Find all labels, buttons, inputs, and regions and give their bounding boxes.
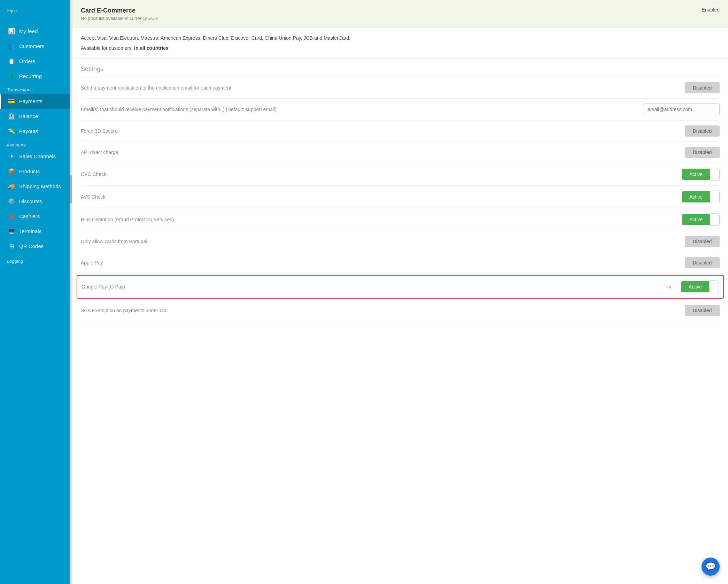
row-only-portugal: Only allow cards from Portugal Disabled xyxy=(81,231,720,252)
btn-apple-pay[interactable]: Disabled xyxy=(685,257,720,268)
toggle-avs-white[interactable] xyxy=(710,191,720,203)
btn-google-pay-active[interactable]: Active xyxy=(681,281,709,292)
arrow-icon: → xyxy=(663,281,673,292)
sidebar-item-recurring[interactable]: 💲 Recurring xyxy=(0,69,70,84)
card-title: Card E-Commerce xyxy=(81,7,158,14)
toggle-google-pay-white[interactable] xyxy=(709,281,719,293)
sidebar-label-my-feed: My feed xyxy=(19,28,38,34)
sidebar-item-discounts[interactable]: ⚙️ Discounts xyxy=(0,194,70,209)
btn-centurion-active[interactable]: Active xyxy=(682,214,710,225)
inventory-label: Inventory xyxy=(0,139,70,149)
sidebar-label-discounts: Discounts xyxy=(19,198,42,204)
btn-avs-active[interactable]: Active xyxy=(682,191,710,202)
sidebar-label-sales-channels: Sales Channels xyxy=(19,153,56,159)
sidebar-item-cashiers[interactable]: 🔖 Cashiers xyxy=(0,209,70,224)
sidebar-item-terminals[interactable]: 🖥️ Terminals xyxy=(0,224,70,239)
label-only-portugal: Only allow cards from Portugal xyxy=(81,239,685,244)
feed-icon: 📊 xyxy=(8,28,15,34)
logo-text: hips xyxy=(7,9,16,13)
balance-icon: 🏦 xyxy=(8,113,15,120)
label-apple-pay: Apple Pay xyxy=(81,260,685,266)
sidebar-label-payouts: Payouts xyxy=(19,128,38,134)
row-email-notifications: Email(s) that should receive payment not… xyxy=(81,99,720,121)
sidebar-label-payments: Payments xyxy=(19,98,42,104)
transactions-label: Transactions xyxy=(0,84,70,94)
qr-codes-icon: ⊞ xyxy=(8,243,15,249)
sidebar-item-orders[interactable]: 📋 Orders xyxy=(0,54,70,69)
sidebar-label-orders: Orders xyxy=(19,58,35,64)
toggle-hips-centurion: Active xyxy=(682,213,720,226)
chat-bubble[interactable]: 💬 xyxy=(702,558,720,576)
logo: hips• xyxy=(0,0,70,24)
description-line2-bold: In all countries xyxy=(134,45,169,51)
cashiers-icon: 🔖 xyxy=(8,213,15,220)
settings-title: Settings xyxy=(81,59,720,77)
row-api-direct-charge: API direct charge Disabled xyxy=(81,142,720,163)
label-payment-notification: Send a payment notification to the notif… xyxy=(81,85,685,91)
description-line1: Accept Visa, Visa Electron, Maestro, Ame… xyxy=(81,34,720,42)
sidebar-label-shipping-methods: Shipping Methods xyxy=(19,183,61,189)
sidebar-label-cashiers: Cashiers xyxy=(19,213,40,219)
sidebar-label-customers: Customers xyxy=(19,43,45,49)
btn-only-portugal[interactable]: Disabled xyxy=(685,236,720,247)
sidebar-label-balance: Balance xyxy=(19,113,38,119)
sidebar-item-shipping-methods[interactable]: 🚚 Shipping Methods xyxy=(0,179,70,194)
label-cvc-check: CVC Check xyxy=(81,171,682,177)
discounts-icon: ⚙️ xyxy=(8,198,15,205)
sidebar-item-my-feed[interactable]: 📊 My feed xyxy=(0,24,70,39)
sidebar-item-customers[interactable]: 👥 Customers xyxy=(0,39,70,54)
sidebar-label-products: Products xyxy=(19,168,40,174)
toggle-centurion-white[interactable] xyxy=(710,213,720,226)
sidebar-item-payouts[interactable]: 💸 Payouts xyxy=(0,124,70,139)
label-hips-centurion: Hips Centurion (Fraud Protection Service… xyxy=(81,217,682,222)
logo-dot: • xyxy=(16,9,18,13)
card-status: Enabled xyxy=(702,7,720,13)
row-sca-exemption: SCA Exemption on payments under €30 Disa… xyxy=(81,300,720,321)
scroll-thumb xyxy=(70,175,72,203)
card-subtitle: No price list available in currency EUR xyxy=(81,16,158,21)
toggle-avs-check: Active xyxy=(682,191,720,203)
shipping-icon: 🚚 xyxy=(8,183,15,190)
row-payment-notification: Send a payment notification to the notif… xyxy=(81,77,720,99)
sidebar-item-qr-codes[interactable]: ⊞ QR Codes xyxy=(0,239,70,254)
row-apple-pay: Apple Pay Disabled xyxy=(81,252,720,274)
label-avs-check: AVS Check xyxy=(81,194,682,200)
toggle-google-pay: Active xyxy=(681,281,719,293)
row-avs-check: AVS Check Active xyxy=(81,186,720,208)
sidebar: hips• 📊 My feed 👥 Customers 📋 Orders 💲 R… xyxy=(0,0,70,584)
label-email-notifications: Email(s) that should receive payment not… xyxy=(81,107,643,112)
customers-icon: 👥 xyxy=(8,43,15,49)
sidebar-label-qr-codes: QR Codes xyxy=(19,243,44,249)
toggle-cvc-check: Active xyxy=(682,168,720,180)
btn-api-direct-charge[interactable]: Disabled xyxy=(685,147,720,158)
logging-label: Logging xyxy=(0,255,70,265)
row-force-3d: Force 3D Secure Disabled xyxy=(81,121,720,142)
sidebar-item-balance[interactable]: 🏦 Balance xyxy=(0,109,70,124)
recurring-icon: 💲 xyxy=(8,73,15,79)
payments-icon: 💳 xyxy=(8,98,15,105)
sales-channels-icon: ✦ xyxy=(8,153,15,160)
sidebar-label-recurring: Recurring xyxy=(19,73,42,79)
products-icon: 📦 xyxy=(8,168,15,175)
description-line2: Available for customers: In all countrie… xyxy=(81,45,720,52)
chat-icon: 💬 xyxy=(705,562,716,571)
row-cvc-check: CVC Check Active xyxy=(81,163,720,186)
sidebar-item-payments[interactable]: 💳 Payments xyxy=(0,94,70,109)
card-header-left: Card E-Commerce No price list available … xyxy=(81,7,158,21)
label-force-3d: Force 3D Secure xyxy=(81,128,685,134)
label-google-pay: Google Pay (G Pay) xyxy=(82,284,663,290)
label-sca-exemption: SCA Exemption on payments under €30 xyxy=(81,308,685,313)
toggle-cvc-white[interactable] xyxy=(710,168,720,180)
btn-force-3d[interactable]: Disabled xyxy=(685,125,720,137)
sidebar-item-sales-channels[interactable]: ✦ Sales Channels xyxy=(0,149,70,164)
main-content: Card E-Commerce No price list available … xyxy=(72,0,728,584)
sidebar-item-products[interactable]: 📦 Products xyxy=(0,164,70,179)
email-input[interactable] xyxy=(643,103,720,115)
settings-section: Settings Send a payment notification to … xyxy=(72,59,728,321)
btn-payment-notification[interactable]: Disabled xyxy=(685,82,720,93)
sidebar-label-terminals: Terminals xyxy=(19,228,41,234)
card-description: Accept Visa, Visa Electron, Maestro, Ame… xyxy=(72,28,728,59)
scrollbar[interactable] xyxy=(70,0,72,584)
btn-sca-exemption[interactable]: Disabled xyxy=(685,305,720,316)
btn-cvc-active[interactable]: Active xyxy=(682,169,710,180)
